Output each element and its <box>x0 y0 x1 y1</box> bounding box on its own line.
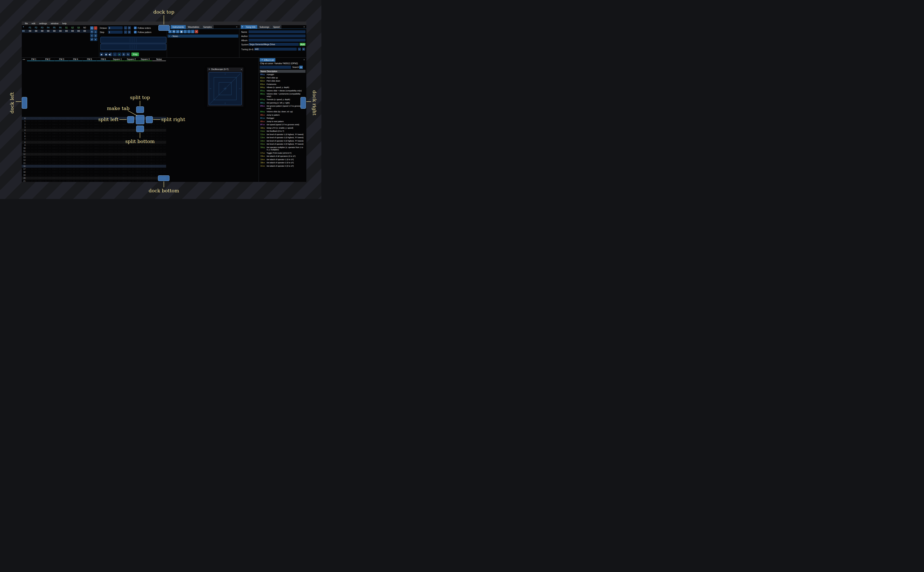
pattern-cell[interactable]: ··· ·· ·· ··· <box>40 129 54 131</box>
step-decrease-button[interactable]: - <box>124 31 127 34</box>
tab-subsongs[interactable]: Subsongs <box>257 25 271 29</box>
pattern-cell[interactable]: ··· ·· ·· ··· <box>26 120 40 122</box>
pattern-cell[interactable]: ··· ·· ·· ··· <box>68 141 82 143</box>
pattern-cell[interactable]: ··· ·· ·· ··· <box>82 174 96 176</box>
pattern-cell[interactable]: ··· ·· ·· ··· <box>96 177 110 179</box>
pattern-cell[interactable]: ··· ·· ·· ··· <box>54 153 68 155</box>
pattern-cell[interactable]: ··· ·· ·· ··· <box>54 132 68 134</box>
pattern-cell[interactable]: ··· ·· ·· ··· <box>96 123 110 126</box>
pattern-cell[interactable]: ··· ·· ·· ··· <box>82 168 96 170</box>
pattern-cell[interactable]: ··· ·· ·· ··· <box>68 129 82 131</box>
pattern-cell[interactable]: ··· ·· ·· ··· <box>96 156 110 158</box>
system-input[interactable]: Sega Genesis/Mega Drive <box>249 43 299 46</box>
channel-header-square-2[interactable]: Square 2 <box>124 58 138 61</box>
play-from-cursor-button[interactable]: ▶▏ <box>109 53 112 56</box>
save-instrument-button[interactable]: ▣ <box>180 30 183 33</box>
pattern-cell[interactable]: ··· ·· ·· ··· <box>151 135 165 137</box>
pattern-cell[interactable]: ··· ·· ·· ··· <box>54 171 68 173</box>
pattern-cell[interactable]: ··· ·· ·· ··· <box>137 144 151 146</box>
orders-collapse-icon[interactable]: ▼ <box>23 26 24 28</box>
pattern-cell[interactable]: ··· ·· ·· ··· <box>68 153 82 155</box>
pattern-cell[interactable]: ··· ·· ·· ··· <box>26 144 40 146</box>
step-input[interactable]: 1 <box>108 31 123 34</box>
pattern-cell[interactable]: ··· ·· ·· ··· <box>68 159 82 161</box>
pattern-cell[interactable]: ··· ·· ·· ··· <box>26 141 40 143</box>
pattern-cell[interactable]: ··· ·· ·· ··· <box>110 147 124 149</box>
pattern-cell[interactable]: ··· ·· ·· ··· <box>40 171 54 173</box>
system-auto-button[interactable]: Auto <box>300 43 305 46</box>
order-cell[interactable]: 00 <box>39 30 45 32</box>
pattern-cell[interactable]: ··· ·· ·· ··· <box>68 120 82 122</box>
pattern-cell[interactable]: ··· ·· ·· ··· <box>26 171 40 173</box>
order-cell[interactable]: 00 <box>63 30 70 32</box>
pattern-cell[interactable]: ··· ·· ·· ··· <box>26 123 40 126</box>
pattern-cell[interactable]: ··· ·· ·· ··· <box>110 141 124 143</box>
pattern-cell[interactable]: ··· ·· ·· ··· <box>68 174 82 176</box>
pattern-cell[interactable]: ··· ·· ·· ··· <box>82 159 96 161</box>
metronome-button[interactable]: Δ <box>122 53 126 56</box>
pattern-cell[interactable]: ··· ·· ·· ··· <box>54 162 68 164</box>
order-duplicate-end-button[interactable]: ⇊ <box>94 34 97 37</box>
octave-decrease-button[interactable]: - <box>124 26 127 30</box>
pattern-cell[interactable]: ··· ·· ·· ··· <box>96 132 110 134</box>
pattern-cell[interactable]: ··· ·· ·· ··· <box>40 135 54 137</box>
order-duplicate-button[interactable]: ⧉ <box>90 30 93 33</box>
make-tab-target[interactable] <box>136 115 144 124</box>
pattern-cell[interactable]: ··· ·· ·· ··· <box>26 132 40 134</box>
pattern-cell[interactable]: ··· ·· ·· ··· <box>68 135 82 137</box>
pattern-cell[interactable]: ··· ·· ·· ··· <box>110 165 124 167</box>
open-instrument-button[interactable]: ▱ <box>176 30 179 33</box>
effect-list-tab[interactable]: ▼ Effect List <box>260 58 275 62</box>
pattern-cell[interactable]: ··· ·· ·· ··· <box>124 162 138 164</box>
order-change-all-button[interactable]: ⇄ <box>90 37 93 41</box>
tuning-input[interactable]: 440 <box>254 48 297 51</box>
instruments-close-icon[interactable]: × <box>236 26 237 28</box>
pattern-cell[interactable]: ··· ·· ·· ··· <box>96 180 110 182</box>
channel-header-fm-5[interactable]: FM 5 <box>83 58 97 61</box>
pattern-cell[interactable]: ··· ·· ·· ··· <box>26 168 40 170</box>
channel-header-fm-4[interactable]: FM 4 <box>69 58 83 61</box>
pattern-cell[interactable]: ··· ·· ·· ··· <box>137 150 151 152</box>
pattern-cell[interactable]: ··· ·· ·· ··· <box>151 171 165 173</box>
pattern-cell[interactable]: ··· ·· ·· ··· <box>82 120 96 122</box>
move-instrument-up-button[interactable]: ↑ <box>187 30 191 33</box>
tuning-increase-button[interactable]: + <box>302 48 305 51</box>
order-add-button[interactable]: + <box>90 26 93 30</box>
dock-right-target[interactable] <box>301 97 306 109</box>
song-info-collapse-button[interactable]: ▼ <box>241 25 244 29</box>
pattern-cell[interactable]: ··· ·· ·· ··· <box>40 150 54 152</box>
pattern-cell[interactable]: ··· ·· ·· ··· <box>40 123 54 126</box>
pattern-cell[interactable]: ··· ·· ·· ··· <box>82 162 96 164</box>
effect-list-menu-button[interactable]: ≡ <box>299 66 303 69</box>
pattern-cell[interactable]: ··· ·· ·· ··· <box>137 180 151 182</box>
octave-increase-button[interactable]: + <box>128 26 131 30</box>
pattern-cell[interactable]: ··· ·· ·· ··· <box>137 177 151 179</box>
dock-left-target[interactable] <box>22 97 27 109</box>
pattern-cell[interactable]: ··· ·· ·· ··· <box>124 171 138 173</box>
order-cell[interactable]: 00 <box>27 30 33 32</box>
pattern-cell[interactable]: ··· ·· ·· ··· <box>68 162 82 164</box>
pattern-cell[interactable]: ··· ·· ·· ··· <box>124 180 138 182</box>
pattern-cell[interactable]: ··· ·· ·· ··· <box>40 174 54 176</box>
dock-bottom-target[interactable] <box>158 176 170 181</box>
pattern-cell[interactable]: ··· ·· ·· ··· <box>151 162 165 164</box>
order-cell[interactable]: 00 <box>76 30 82 32</box>
pattern-cell[interactable]: ··· ·· ·· ··· <box>96 153 110 155</box>
pattern-cell[interactable]: ··· ·· ·· ··· <box>26 126 40 128</box>
menu-window[interactable]: window <box>49 22 61 25</box>
pattern-cell[interactable]: ··· ·· ·· ··· <box>40 117 54 120</box>
pattern-cell[interactable]: ··· ·· ·· ··· <box>82 123 96 126</box>
split-bottom-target[interactable] <box>136 126 144 132</box>
pattern-cell[interactable]: ··· ·· ·· ··· <box>68 126 82 128</box>
pattern-cell[interactable]: ··· ·· ·· ··· <box>137 165 151 167</box>
pattern-cell[interactable]: ··· ·· ·· ··· <box>26 150 40 152</box>
pattern-cell[interactable]: ··· ·· ·· ··· <box>110 132 124 134</box>
duplicate-instrument-button[interactable]: ⧉ <box>172 30 176 33</box>
pattern-cell[interactable]: ··· ·· ·· ··· <box>40 144 54 146</box>
pattern-cell[interactable]: ··· ·· ·· ··· <box>110 174 124 176</box>
pattern-cell[interactable]: ··· ·· ·· ··· <box>26 129 40 131</box>
pattern-cell[interactable]: ··· ·· ·· ··· <box>54 120 68 122</box>
channel-header-fm-3[interactable]: FM 3 <box>55 58 69 61</box>
pattern-cell[interactable]: ··· ·· ·· ··· <box>137 159 151 161</box>
pattern-cell[interactable]: ··· ·· ·· ··· <box>82 126 96 128</box>
